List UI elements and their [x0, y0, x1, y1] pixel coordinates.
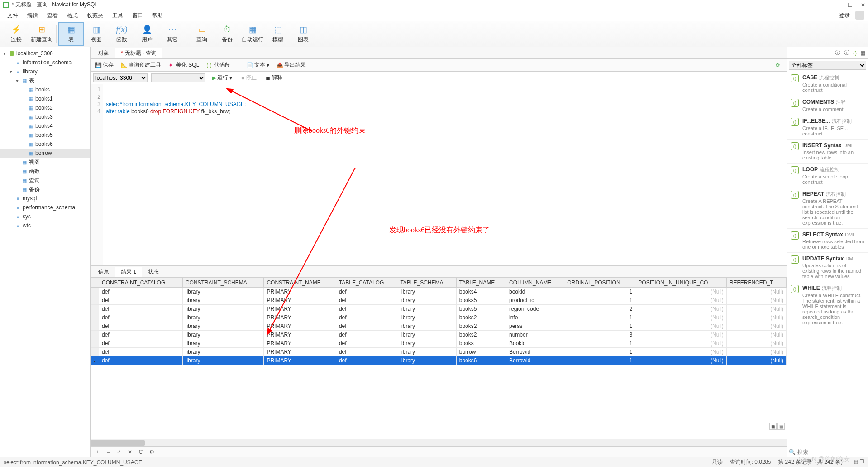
- status-grid-icon[interactable]: ▦ ☐: [853, 458, 864, 466]
- tree-item-wtc[interactable]: wtc: [0, 221, 90, 230]
- menu-tools[interactable]: 工具: [109, 11, 127, 20]
- filter-button[interactable]: ⚙: [148, 448, 156, 456]
- toolbar-备份[interactable]: ⏱备份: [215, 22, 240, 46]
- refresh-button[interactable]: ⟳: [774, 61, 784, 69]
- menu-edit[interactable]: 编辑: [24, 11, 42, 20]
- toolbar-其它[interactable]: ⋯其它: [160, 22, 185, 46]
- save-button[interactable]: 💾保存: [93, 60, 115, 70]
- result-tab-状态[interactable]: 状态: [142, 267, 165, 277]
- tree-twisty[interactable]: ▾: [14, 77, 20, 84]
- toolbar-函数[interactable]: f(x)函数: [109, 22, 134, 46]
- snippet-CASE[interactable]: ()CASE流程控制Create a conditional construct: [787, 72, 868, 96]
- tree-item-books4[interactable]: books4: [0, 121, 90, 130]
- snippet-filter-select[interactable]: 全部标签: [789, 61, 866, 70]
- col-ORDINAL_POSITION[interactable]: ORDINAL_POSITION: [564, 278, 635, 288]
- tree-item-books5[interactable]: books5: [0, 130, 90, 140]
- snippet-WHILE[interactable]: ()WHILE流程控制Create a WHILE construct. The…: [787, 282, 868, 328]
- database-select[interactable]: [151, 73, 205, 82]
- col-CONSTRAINT_NAME[interactable]: CONSTRAINT_NAME: [264, 278, 336, 288]
- nav-tree[interactable]: ▾localhost_3306information_schema▾librar…: [0, 47, 91, 457]
- table-row[interactable]: deflibraryPRIMARYdeflibrarybooks4bookid1…: [91, 288, 787, 296]
- minimize-button[interactable]: —: [834, 2, 839, 8]
- brackets-icon[interactable]: (): [853, 50, 857, 56]
- col-POSITION_IN_UNIQUE_CO[interactable]: POSITION_IN_UNIQUE_CO: [635, 278, 726, 288]
- tree-item-library[interactable]: ▾library: [0, 67, 90, 76]
- avatar-icon[interactable]: [855, 11, 864, 20]
- tree-item-函数[interactable]: 函数: [0, 167, 90, 176]
- snippet-IF...ELSE...[interactable]: ()IF...ELSE...流程控制Create a IF...ELSE... …: [787, 115, 868, 140]
- snippet-COMMENTS[interactable]: ()COMMENTS注释Create a comment: [787, 96, 868, 115]
- cancel-button[interactable]: ✕: [126, 448, 134, 456]
- tree-item-视图[interactable]: 视图: [0, 158, 90, 167]
- table-row[interactable]: deflibraryPRIMARYdeflibrarybooks6Borrowi…: [91, 356, 787, 365]
- grid-view-icon[interactable]: ▦: [769, 423, 777, 430]
- exclaim-icon[interactable]: ⓘ: [844, 49, 849, 57]
- col-REFERENCED_T[interactable]: REFERENCED_T: [726, 278, 786, 288]
- tree-item-localhost_3306[interactable]: ▾localhost_3306: [0, 49, 90, 58]
- tree-twisty[interactable]: ▾: [8, 68, 14, 75]
- add-row-button[interactable]: +: [93, 448, 101, 456]
- beautify-sql-button[interactable]: ✦美化 SQL: [167, 60, 201, 70]
- table-row[interactable]: deflibraryPRIMARYdeflibrarybooksBookid1(…: [91, 339, 787, 348]
- tree-item-查询[interactable]: 查询: [0, 176, 90, 185]
- table-row[interactable]: deflibraryPRIMARYdeflibrarybooks2info1(N…: [91, 313, 787, 322]
- run-button[interactable]: ▶运行 ▾: [209, 73, 235, 82]
- toolbar-视图[interactable]: ▥视图: [84, 22, 109, 46]
- toolbar-连接[interactable]: ⚡连接: [4, 22, 29, 46]
- info-icon[interactable]: ⓘ: [835, 49, 840, 57]
- table-row[interactable]: deflibraryPRIMARYdeflibraryborrowBorrowi…: [91, 348, 787, 356]
- table-row[interactable]: deflibraryPRIMARYdeflibrarybooks2perss1(…: [91, 322, 787, 331]
- export-button[interactable]: 📤导出结果: [275, 60, 308, 70]
- menu-file[interactable]: 文件: [4, 11, 22, 20]
- toolbar-新建查询[interactable]: ⊞新建查询: [29, 22, 54, 46]
- tree-item-borrow[interactable]: borrow: [0, 149, 90, 158]
- col-CONSTRAINT_SCHEMA[interactable]: CONSTRAINT_SCHEMA: [182, 278, 264, 288]
- toolbar-图表[interactable]: ◫图表: [291, 22, 316, 46]
- explain-button[interactable]: ≣解释: [263, 73, 285, 82]
- tree-item-mysql[interactable]: mysql: [0, 194, 90, 203]
- snippet-REPEAT[interactable]: ()REPEAT流程控制Create A REPEAT construct. T…: [787, 188, 868, 229]
- menu-format[interactable]: 格式: [63, 11, 81, 20]
- table-row[interactable]: deflibraryPRIMARYdeflibrarybooks5region_…: [91, 305, 787, 313]
- delete-row-button[interactable]: −: [104, 448, 112, 456]
- tree-item-books[interactable]: books: [0, 85, 90, 94]
- menu-window[interactable]: 窗口: [129, 11, 147, 20]
- toolbar-用户[interactable]: 👤用户: [134, 22, 160, 46]
- sql-editor[interactable]: 1234 select*from information_schema.KEY_…: [91, 84, 787, 265]
- toolbar-查询[interactable]: ▭查询: [189, 22, 215, 46]
- tree-item-books3[interactable]: books3: [0, 112, 90, 121]
- result-grid-wrap[interactable]: CONSTRAINT_CATALOGCONSTRAINT_SCHEMACONST…: [91, 277, 787, 439]
- stop-button[interactable]: ■停止: [238, 73, 259, 82]
- tab-无标题 - 查询[interactable]: *无标题 - 查询: [115, 48, 162, 58]
- horizontal-scrollbar[interactable]: [91, 439, 787, 446]
- code-snippet-button[interactable]: ( )代码段: [205, 60, 232, 70]
- col-CONSTRAINT_CATALOG[interactable]: CONSTRAINT_CATALOG: [99, 278, 183, 288]
- toolbar-表[interactable]: ▦表: [58, 22, 84, 46]
- tree-item-sys[interactable]: sys: [0, 212, 90, 221]
- col-COLUMN_NAME[interactable]: COLUMN_NAME: [506, 278, 564, 288]
- snippet-INSERT Syntax[interactable]: ()INSERT SyntaxDMLInsert new rows into a…: [787, 140, 868, 164]
- tree-item-performance_schema[interactable]: performance_schema: [0, 203, 90, 212]
- maximize-button[interactable]: ☐: [848, 2, 853, 8]
- result-tab-结果 1[interactable]: 结果 1: [115, 267, 142, 277]
- tree-item-books1[interactable]: books1: [0, 94, 90, 103]
- tree-item-表[interactable]: ▾表: [0, 76, 90, 85]
- menu-view[interactable]: 查看: [43, 11, 62, 20]
- refresh-grid-button[interactable]: C: [137, 448, 145, 456]
- snippet-UPDATE Syntax[interactable]: ()UPDATE SyntaxDMLUpdates columns of exi…: [787, 253, 868, 282]
- toolbar-自动运行[interactable]: ▦自动运行: [240, 22, 265, 46]
- form-view-icon[interactable]: ▤: [777, 423, 785, 430]
- tree-item-books2[interactable]: books2: [0, 103, 90, 112]
- menu-favorites[interactable]: 收藏夹: [83, 11, 107, 20]
- table-row[interactable]: deflibraryPRIMARYdeflibrarybooks2number3…: [91, 331, 787, 339]
- commit-button[interactable]: ✓: [115, 448, 123, 456]
- menu-help[interactable]: 帮助: [148, 11, 167, 20]
- query-builder-button[interactable]: 📐查询创建工具: [119, 60, 163, 70]
- col-TABLE_SCHEMA[interactable]: TABLE_SCHEMA: [397, 278, 456, 288]
- snippet-LOOP[interactable]: ()LOOP流程控制Create a simple loop construct: [787, 164, 868, 188]
- grid-icon[interactable]: ▦: [860, 50, 865, 56]
- tree-item-information_schema[interactable]: information_schema: [0, 58, 90, 67]
- col-TABLE_CATALOG[interactable]: TABLE_CATALOG: [336, 278, 397, 288]
- tab-对象[interactable]: 对象: [92, 48, 115, 58]
- snippet-search-input[interactable]: [797, 449, 866, 455]
